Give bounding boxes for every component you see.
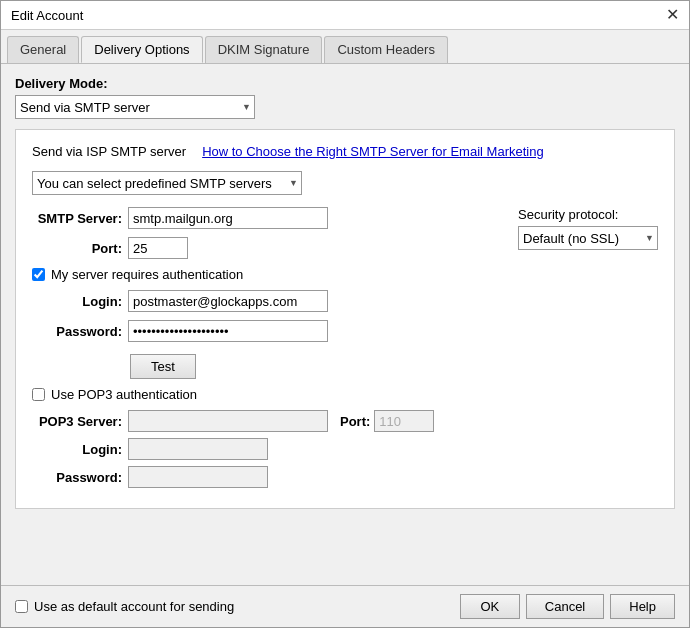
pop3-login-label: Login: xyxy=(32,442,122,457)
panel-title: Send via ISP SMTP server xyxy=(32,144,186,159)
pop3-password-label: Password: xyxy=(32,470,122,485)
password-label: Password: xyxy=(32,324,122,339)
delivery-mode-label: Delivery Mode: xyxy=(15,76,675,91)
auth-checkbox-label[interactable]: My server requires authentication xyxy=(51,267,243,282)
security-select[interactable]: Default (no SSL) xyxy=(518,226,658,250)
auth-checkbox[interactable] xyxy=(32,268,45,281)
title-bar: Edit Account ✕ xyxy=(1,1,689,30)
login-label: Login: xyxy=(32,294,122,309)
pop3-login-input[interactable] xyxy=(128,438,268,460)
tab-bar: General Delivery Options DKIM Signature … xyxy=(1,30,689,64)
smtp-help-link[interactable]: How to Choose the Right SMTP Server for … xyxy=(202,144,544,159)
pop3-checkbox[interactable] xyxy=(32,388,45,401)
password-row: Password: xyxy=(32,320,658,342)
bottom-buttons: OK Cancel Help xyxy=(460,594,675,619)
default-checkbox[interactable] xyxy=(15,600,28,613)
delivery-mode-select-wrapper: Send via SMTP server xyxy=(15,95,255,119)
pop3-server-label: POP3 Server: xyxy=(32,414,122,429)
pop3-password-row: Password: xyxy=(32,466,658,488)
tab-custom-headers[interactable]: Custom Headers xyxy=(324,36,448,63)
pop3-server-input[interactable] xyxy=(128,410,328,432)
pop3-password-input[interactable] xyxy=(128,466,268,488)
pop3-server-row: POP3 Server: Port: xyxy=(32,410,658,432)
pop3-port-input[interactable] xyxy=(374,410,434,432)
delivery-mode-select[interactable]: Send via SMTP server xyxy=(15,95,255,119)
smtp-server-input[interactable] xyxy=(128,207,328,229)
window-title: Edit Account xyxy=(11,8,83,23)
smtp-panel: Send via ISP SMTP server How to Choose t… xyxy=(15,129,675,509)
auth-checkbox-row: My server requires authentication xyxy=(32,267,658,282)
smtp-port-security-row: SMTP Server: Port: Security protocol: De… xyxy=(32,207,658,267)
ok-button[interactable]: OK xyxy=(460,594,520,619)
tab-general[interactable]: General xyxy=(7,36,79,63)
login-row: Login: xyxy=(32,290,658,312)
cancel-button[interactable]: Cancel xyxy=(526,594,604,619)
pop3-checkbox-label[interactable]: Use POP3 authentication xyxy=(51,387,197,402)
pop3-checkbox-row: Use POP3 authentication xyxy=(32,387,658,402)
smtp-server-row: SMTP Server: xyxy=(32,207,518,229)
edit-account-window: Edit Account ✕ General Delivery Options … xyxy=(0,0,690,628)
smtp-server-label: SMTP Server: xyxy=(32,211,122,226)
bottom-bar: Use as default account for sending OK Ca… xyxy=(1,585,689,627)
port-input[interactable] xyxy=(128,237,188,259)
close-button[interactable]: ✕ xyxy=(666,7,679,23)
port-label: Port: xyxy=(32,241,122,256)
predefined-select[interactable]: You can select predefined SMTP servers xyxy=(32,171,302,195)
pop3-login-row: Login: xyxy=(32,438,658,460)
pop3-section: POP3 Server: Port: Login: Password: xyxy=(32,410,658,488)
test-button[interactable]: Test xyxy=(130,354,196,379)
predefined-select-wrapper: You can select predefined SMTP servers xyxy=(32,171,302,195)
smtp-fields: SMTP Server: Port: xyxy=(32,207,518,267)
login-input[interactable] xyxy=(128,290,328,312)
test-button-row: Test xyxy=(32,350,658,387)
bottom-left: Use as default account for sending xyxy=(15,599,234,614)
content-area: Delivery Mode: Send via SMTP server Send… xyxy=(1,64,689,585)
password-input[interactable] xyxy=(128,320,328,342)
pop3-port-label: Port: xyxy=(340,414,370,429)
security-select-wrapper: Default (no SSL) xyxy=(518,226,658,250)
default-checkbox-label[interactable]: Use as default account for sending xyxy=(34,599,234,614)
security-label: Security protocol: xyxy=(518,207,618,222)
tab-delivery-options[interactable]: Delivery Options xyxy=(81,36,202,63)
security-block: Security protocol: Default (no SSL) xyxy=(518,207,658,250)
tab-dkim-signature[interactable]: DKIM Signature xyxy=(205,36,323,63)
port-row: Port: xyxy=(32,237,518,259)
panel-header: Send via ISP SMTP server How to Choose t… xyxy=(32,144,658,159)
help-button[interactable]: Help xyxy=(610,594,675,619)
